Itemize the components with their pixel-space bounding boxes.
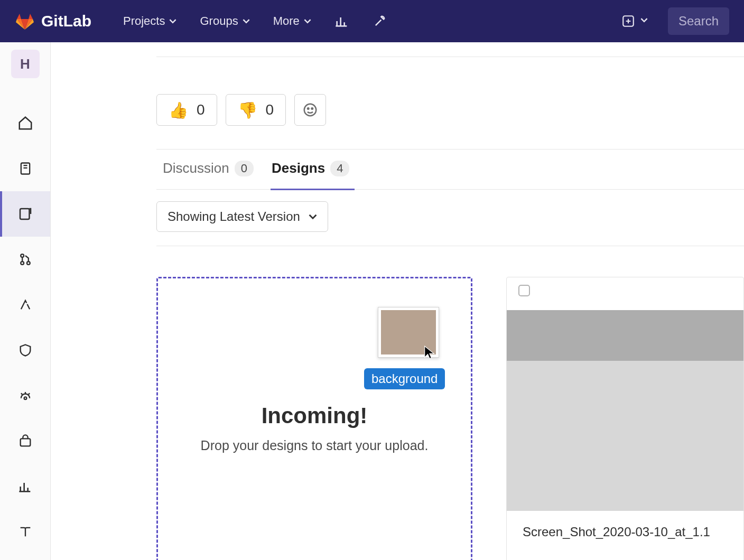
add-reaction-button[interactable] bbox=[294, 94, 326, 126]
thumbs-down-count: 0 bbox=[266, 101, 274, 118]
sidebar-item-repository[interactable] bbox=[0, 146, 50, 191]
svg-point-5 bbox=[26, 262, 30, 265]
tab-designs-count: 4 bbox=[330, 161, 349, 176]
nav-more-label: More bbox=[273, 14, 300, 28]
cursor-icon bbox=[423, 345, 436, 362]
design-thumbnail bbox=[507, 310, 743, 511]
svg-rect-7 bbox=[20, 438, 30, 446]
sidebar-item-analytics[interactable] bbox=[0, 464, 50, 509]
nav-more[interactable]: More bbox=[273, 14, 311, 28]
design-filename: Screen_Shot_2020-03-10_at_1.1 bbox=[507, 511, 743, 539]
tab-discussion-count: 0 bbox=[235, 161, 254, 176]
design-select-checkbox[interactable] bbox=[518, 285, 530, 296]
chevron-down-icon bbox=[169, 14, 176, 28]
svg-rect-2 bbox=[20, 209, 30, 219]
nav-projects-label: Projects bbox=[123, 14, 165, 28]
dragging-file-label: background bbox=[364, 368, 445, 389]
sidebar-item-wiki[interactable] bbox=[0, 509, 50, 555]
sidebar-item-security[interactable] bbox=[0, 328, 50, 373]
chevron-down-icon bbox=[640, 16, 648, 26]
design-version-row: Showing Latest Version bbox=[156, 201, 744, 246]
sidebar-item-project-home[interactable] bbox=[0, 100, 50, 146]
chevron-down-icon bbox=[243, 14, 250, 28]
collapsed-section-divider bbox=[156, 45, 744, 57]
chevron-down-icon bbox=[309, 209, 317, 224]
new-menu-button[interactable] bbox=[621, 14, 648, 28]
sidebar-item-ci-cd[interactable] bbox=[0, 282, 50, 328]
sidebar-item-operations[interactable] bbox=[0, 373, 50, 418]
version-dropdown-label: Showing Latest Version bbox=[168, 209, 300, 224]
search-input[interactable]: Search bbox=[668, 7, 729, 35]
version-dropdown[interactable]: Showing Latest Version bbox=[156, 201, 328, 232]
tab-designs-label: Designs bbox=[272, 160, 325, 176]
svg-point-9 bbox=[308, 108, 309, 109]
reaction-thumbs-up[interactable]: 👍 0 bbox=[156, 94, 217, 126]
sidebar-item-packages[interactable] bbox=[0, 418, 50, 464]
reaction-thumbs-down[interactable]: 👎 0 bbox=[226, 94, 286, 126]
tab-discussion-label: Discussion bbox=[163, 160, 229, 176]
brand-name: GitLab bbox=[41, 12, 91, 30]
smiley-icon bbox=[302, 102, 318, 118]
tab-designs[interactable]: Designs 4 bbox=[272, 160, 349, 179]
thumbs-up-icon: 👍 bbox=[169, 101, 188, 119]
plus-square-icon bbox=[621, 14, 635, 28]
nav-groups-label: Groups bbox=[200, 14, 238, 28]
top-nav-items: Projects Groups More bbox=[123, 14, 387, 29]
left-sidebar: H bbox=[0, 42, 51, 560]
svg-point-3 bbox=[21, 254, 24, 257]
chevron-down-icon bbox=[304, 14, 311, 28]
design-card[interactable]: Screen_Shot_2020-03-10_at_1.1 bbox=[506, 277, 744, 560]
design-card-header bbox=[507, 277, 743, 310]
nav-groups[interactable]: Groups bbox=[200, 14, 249, 28]
nav-projects[interactable]: Projects bbox=[123, 14, 176, 28]
dropzone-subtitle: Drop your designs to start your upload. bbox=[201, 438, 429, 453]
reaction-bar: 👍 0 👎 0 bbox=[156, 94, 744, 126]
brand-logo[interactable]: GitLab bbox=[15, 12, 91, 31]
top-navbar: GitLab Projects Groups More bbox=[0, 0, 744, 42]
svg-point-4 bbox=[21, 262, 24, 265]
search-placeholder: Search bbox=[678, 14, 719, 29]
issue-tabs: Discussion 0 Designs 4 bbox=[156, 149, 744, 190]
activity-icon[interactable] bbox=[334, 14, 349, 29]
tab-discussion[interactable]: Discussion 0 bbox=[163, 160, 254, 179]
sidebar-item-issues[interactable] bbox=[0, 191, 50, 237]
svg-point-6 bbox=[24, 397, 26, 399]
dropzone-title: Incoming! bbox=[262, 403, 368, 428]
main-content: 👍 0 👎 0 Discussion 0 Designs 4 Showi bbox=[51, 42, 744, 560]
project-avatar[interactable]: H bbox=[11, 50, 40, 78]
svg-point-10 bbox=[312, 108, 313, 109]
designs-area: background Incoming! Drop your designs t… bbox=[156, 277, 744, 560]
svg-point-8 bbox=[304, 104, 317, 116]
sidebar-item-merge-requests[interactable] bbox=[0, 237, 50, 282]
gitlab-logo-icon bbox=[15, 12, 35, 31]
thumbs-down-icon: 👎 bbox=[238, 101, 257, 119]
admin-wrench-icon[interactable] bbox=[373, 14, 387, 29]
design-dropzone[interactable]: background Incoming! Drop your designs t… bbox=[156, 277, 472, 560]
thumbs-up-count: 0 bbox=[197, 101, 205, 118]
